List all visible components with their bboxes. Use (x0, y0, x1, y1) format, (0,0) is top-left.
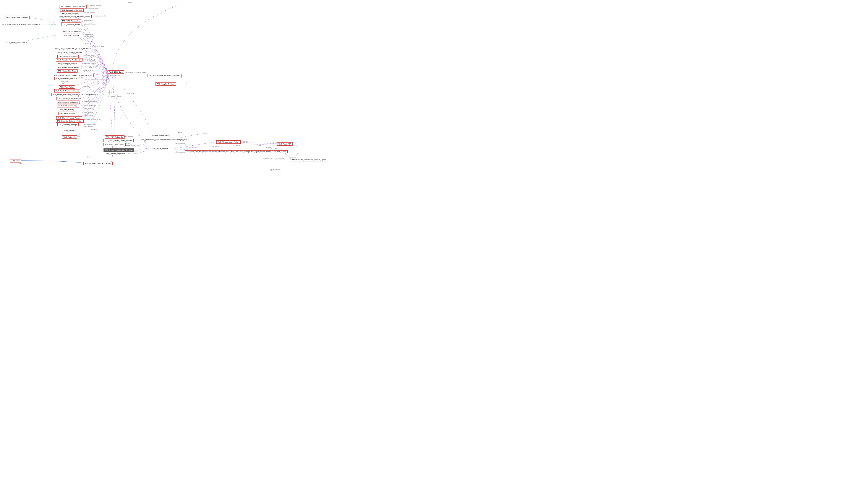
edge-label-tm: tm_ (85, 28, 88, 30)
node-tao-cleanup-func-registry[interactable]: TAO_Cleanup_Func_Registry (56, 97, 82, 100)
edge-label-refcount: refcount_ (108, 92, 115, 93)
edge-label-request-dispatcher: request_dispatcher_ (85, 101, 98, 102)
node-ace-intrusive-auto-ptr[interactable]: ACE_Intrusive_Auto_Ptr< ACE_Service_Gest… (53, 74, 94, 77)
edge-label-resource-factory: resource_factory_ (84, 55, 96, 56)
node-tao-client-strategy-factory[interactable]: TAO_Client_Strategy_Factory (56, 116, 82, 120)
node-tao-pseudo-var-t[interactable]: TAO_Pseudo_Var_T< Object > (56, 58, 83, 62)
node-tao-codeset-manager[interactable]: TAO_Codeset_Manager (57, 123, 79, 126)
edge-label-fini-cleanup: fini_cleanup_funcs_ (108, 95, 122, 97)
edge-label-init-ref-map: init_ref_map_ (85, 36, 94, 37)
node-tao-resource-factory[interactable]: TAO_Resource_Factory (57, 55, 79, 58)
edge-label-thread-lane: thread_lane_resources_manager_ (125, 71, 148, 73)
node-tao-poa-default-policy-validator[interactable]: TAO_POA_Default_Policy_Validator (103, 139, 134, 142)
node-ace-map-class[interactable]: ACE_Map< class, class > (103, 143, 126, 146)
edge-label-adapters: adapters_ (91, 129, 98, 130)
edge-label-stub-factory: stub_factory_ (85, 108, 94, 110)
node-tao-object-ref-table[interactable]: TAO_Object_Ref_Table (57, 69, 78, 72)
edge-label-flushing-strategy: flushing_strategy_ (85, 105, 97, 106)
node-tao-root-poa[interactable]: TAO_Root_POA (277, 142, 292, 146)
node-tao-fault-tolerance-service[interactable]: TAO_Fault_Tolerance_Service (54, 89, 80, 93)
node-tao-ziop-adapter[interactable]: TAO_ZIOP_Adapter (62, 34, 80, 37)
edge-label-server-id: server_id_ (85, 42, 92, 44)
node-tao-protocols-hooks[interactable]: TAO_Protocols_Hooks (61, 23, 82, 26)
edge-label-server-factory: server_factory_ (85, 51, 95, 53)
edge-label-endpoint-selector: endpoint_selector_factory_ (84, 119, 102, 120)
node-ace-atomic-op[interactable]: ACE_Atomic_Op< TAO_SYNCH_MUTEX, unsigned… (51, 93, 99, 96)
edge-label-children: children_ (266, 147, 272, 148)
node-tao-endpoint-selector-factory[interactable]: TAO_Endpoint_Selector_Factory (56, 119, 84, 123)
node-tao-ior-interceptor-adapter[interactable]: TAO_IORInterceptor_Adapter (56, 66, 82, 69)
node-ace-hash-map-manager[interactable]: ACE_Hash_Map_Manager_Ex< ACE_CString, TA… (185, 150, 288, 153)
node-tao-server-strategy-factory[interactable]: TAO_Server_Strategy_Factory (57, 51, 83, 54)
edge-label-service-context: service_context_registry_ (85, 4, 101, 6)
edge-label-max-time: max_time_ (61, 81, 68, 82)
node-ace-lock[interactable]: ACE_Lock (10, 159, 21, 162)
node-tao-thread-manager[interactable]: TAO_Thread_Manager (62, 30, 82, 33)
edge-label-policies: policies_ (178, 132, 183, 133)
edge-label-orb-params: orb_params_ (85, 20, 93, 21)
edge-label-client-factory: client_factory_ (85, 115, 94, 117)
edge-label-object-adapter-2: object_adapter_ (176, 151, 186, 153)
node-tao-adapter-registry[interactable]: TAO_Adapter_Registry (155, 82, 176, 86)
node-tao-bidir-adapter[interactable]: TAO_BiDir_Adapter (59, 112, 76, 115)
node-tao-object-adapter-hint-strategy[interactable]: TAO_Object_Adapter::Hint_Strategy (103, 148, 134, 152)
node-tao-network-priority[interactable]: TAO_Network_Priority_Protocols_Hooks (58, 15, 92, 18)
node-tao-policy-set[interactable]: TAO_Policy_Set (62, 135, 77, 139)
node-ace-array-map[interactable]: ACE_Array_Map< ACE_CString, ACE_CString … (1, 23, 41, 26)
node-tao-stub-factory[interactable]: TAO_Stub_Factory (58, 108, 75, 111)
node-ace-unbounded-set-t[interactable]: ACE_Unbounded_Set< T > (54, 77, 78, 80)
edge-label-parser: parser_registry_ (85, 12, 95, 13)
node-tao-portable-server-non-servant-upcall[interactable]: TAO::Portable_Server::Non_Servant_Upcall (291, 158, 327, 161)
node-ace-lock-adapter[interactable]: ACE_Lock_Adapter< TAO_SYNCH_MUTEX > (54, 47, 92, 50)
edge-label-name: name_ (128, 2, 132, 3)
edge-label-valuetype-adapter: valuetype_adapter_ (83, 62, 97, 64)
edge-label-lock-1: lock_ (87, 156, 91, 158)
node-ace-unbounded-set-poa-manager[interactable]: ACE_Unbounded_Set< PortableServer::POAMa… (140, 138, 188, 141)
edge-label-thread-per-conn: thread_per_connection_timeout_ (83, 78, 105, 80)
node-tao-orb-core[interactable]: TAO_ORB_Core (108, 70, 124, 74)
edge-label-servant-dispatcher: servant_dispatcher_ (126, 153, 140, 154)
diagram-container: TAO_Service_Context_Registry TAO_Colloca… (0, 0, 868, 489)
edge-label-object-ref-table: object_ref_table_ (83, 70, 94, 71)
edges-svg (0, 0, 868, 489)
edge-label-object-adapter-3: object_adapter_ (270, 169, 280, 171)
node-tao-valuetype-adapter[interactable]: TAO_Valuetype_Adapter (57, 62, 79, 65)
edge-label-orb-core-3: orb_core_ (128, 92, 135, 94)
node-ace-reverse-lock[interactable]: ACE_Reverse_Lock< ACE_Lock > (83, 162, 113, 165)
node-tao-collocation-resolver[interactable]: TAO_Collocation_Resolver (60, 8, 84, 12)
node-tao-object-adapter[interactable]: TAO_Object_Adapter (150, 147, 169, 150)
edge-label-root: root_ (259, 144, 262, 146)
edge-label-myut: myut_ (77, 135, 81, 137)
edge-label-non-servant-upcall: non_servant_upcall_in_progress_ (262, 158, 285, 159)
edge-label-protocols-hooks: protocols_hooks_ (85, 23, 96, 25)
node-tao-servant-dispatcher[interactable]: TAO_Servant_Dispatcher (104, 152, 126, 155)
edge-label-poa-adapter: poa_adapter_ (85, 125, 94, 127)
node-tao-poa-policy-set[interactable]: TAO_POA_Policy_Set (105, 135, 125, 139)
edge-label-codeset-manager: codeset_manager_ (84, 123, 97, 125)
edge-label-lock-2: lock_ (20, 163, 23, 164)
node-tao-poa-manager-factory[interactable]: TAO_POAManager_Factory (216, 141, 241, 144)
edge-label-root-poa: root_poa_ (89, 60, 96, 62)
edge-label-ziop: ziop_adapter_ (85, 34, 94, 35)
edge-label-bidir-adapter: bidir_adapter_ (85, 112, 94, 113)
node-corba-localobject[interactable]: CORBA::LocalObject (151, 134, 170, 137)
node-tao-request-dispatcher[interactable]: TAO_Request_Dispatcher (57, 100, 80, 104)
edge-label-collocation: collocation_resolver_ (85, 8, 99, 9)
edge-label-ft-service: ft_service_ (83, 86, 90, 87)
edge-label-prio: prio_ (62, 83, 65, 84)
node-tao-adapter[interactable]: TAO_Adapter (63, 129, 76, 132)
edge-label-poa: poa_ (275, 148, 279, 150)
edge-label-protocol-factories: protocol_factories_ (108, 75, 121, 76)
edge-label-data-block-lock: data_block_lock_ (93, 45, 105, 47)
node-ace-time-value[interactable]: ACE_Time_Value (59, 85, 75, 89)
node-ace-string-base-char-big[interactable]: ACE_String_Base< CHAR > (5, 16, 30, 19)
node-tao-service-context-registry[interactable]: TAO_Service_Context_Registry (60, 5, 87, 8)
node-tao-orb-parameters[interactable]: TAO_ORB_Parameters (61, 19, 81, 23)
node-ace-string-base-char-small[interactable]: ACE_String_Base< char > (5, 41, 28, 44)
node-tao-flushing-strategy[interactable]: TAO_Flushing_Strategy (57, 104, 78, 108)
edge-label-object-adapter-1: object_adapter_ (176, 143, 186, 145)
edge-label-poa-current: poa_current_ (84, 59, 93, 60)
node-tao-thread-lane-resources-manager[interactable]: TAO_Thread_Lane_Resources_Manager (147, 74, 182, 77)
edge-label-ior-interceptor: ior_interceptor_adapter_ (82, 66, 99, 68)
